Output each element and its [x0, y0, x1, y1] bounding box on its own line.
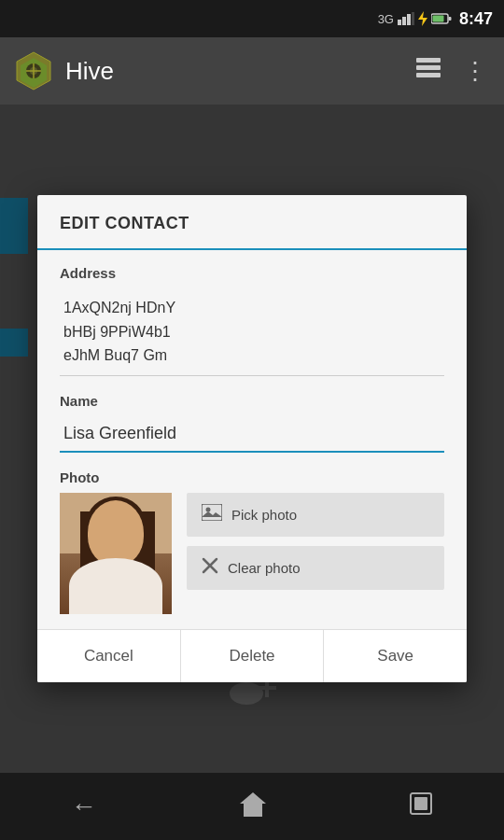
photo-label: Photo — [60, 469, 444, 485]
battery-icon — [431, 13, 452, 24]
clear-photo-label: Clear photo — [228, 560, 301, 576]
view-icon-svg — [416, 58, 441, 78]
svg-marker-25 — [240, 792, 266, 817]
svg-rect-15 — [416, 65, 441, 70]
svg-rect-21 — [202, 504, 222, 521]
svg-rect-16 — [416, 73, 441, 77]
photo-buttons: Pick photo Clear photo — [187, 493, 444, 590]
dialog-overlay: EDIT CONTACT Address 1AxQN2nj HDnYbHBj 9… — [0, 105, 504, 773]
person-face — [88, 500, 144, 566]
pick-photo-button[interactable]: Pick photo — [187, 493, 444, 537]
cancel-button[interactable]: Cancel — [37, 630, 181, 682]
person-photo — [60, 493, 172, 614]
overflow-menu-icon[interactable]: ⋮ — [459, 53, 491, 90]
svg-rect-3 — [412, 12, 414, 25]
dialog-actions: Cancel Delete Save — [37, 629, 467, 682]
photo-section: Pick photo Clear photo — [60, 493, 444, 614]
svg-rect-27 — [414, 797, 427, 810]
svg-rect-2 — [407, 14, 411, 25]
dialog-body: Address 1AxQN2nj HDnYbHBj 9PPiW4b1eJhM B… — [37, 250, 467, 614]
recents-button[interactable] — [409, 791, 433, 822]
name-input[interactable] — [60, 416, 444, 453]
navigation-bar: ← — [0, 773, 504, 840]
svg-rect-0 — [398, 20, 401, 25]
person-body — [69, 558, 162, 614]
app-title: Hive — [65, 57, 413, 86]
hive-logo-icon — [13, 50, 54, 91]
charging-icon — [418, 11, 427, 26]
address-value: 1AxQN2nj HDnYbHBj 9PPiW4b1eJhM Buq7 Gm — [60, 288, 444, 376]
view-toggle-icon[interactable] — [413, 54, 444, 88]
photo-preview — [60, 493, 172, 614]
signal-indicator: 3G — [378, 12, 394, 26]
back-button[interactable]: ← — [71, 791, 97, 821]
home-button[interactable] — [238, 791, 268, 823]
signal-bars-icon — [398, 12, 414, 25]
image-icon — [202, 504, 222, 525]
svg-rect-1 — [402, 17, 406, 25]
save-button[interactable]: Save — [324, 630, 467, 682]
svg-point-22 — [206, 507, 211, 511]
dialog-title: EDIT CONTACT — [37, 195, 467, 250]
svg-marker-4 — [418, 11, 427, 26]
name-label: Name — [60, 393, 444, 409]
svg-rect-6 — [432, 16, 443, 22]
status-bar: 3G 8:47 — [0, 0, 504, 37]
clear-photo-button[interactable]: Clear photo — [187, 546, 444, 590]
address-label: Address — [60, 265, 444, 281]
clock-display: 8:47 — [459, 9, 493, 29]
pick-photo-label: Pick photo — [231, 507, 297, 523]
app-bar-actions: ⋮ — [413, 53, 491, 90]
edit-contact-dialog: EDIT CONTACT Address 1AxQN2nj HDnYbHBj 9… — [37, 195, 467, 682]
svg-rect-7 — [448, 17, 451, 21]
svg-rect-14 — [416, 58, 441, 63]
close-x-icon — [202, 557, 218, 579]
delete-button[interactable]: Delete — [181, 630, 325, 682]
app-bar: Hive ⋮ — [0, 37, 504, 105]
status-icons: 3G 8:47 — [378, 9, 493, 29]
